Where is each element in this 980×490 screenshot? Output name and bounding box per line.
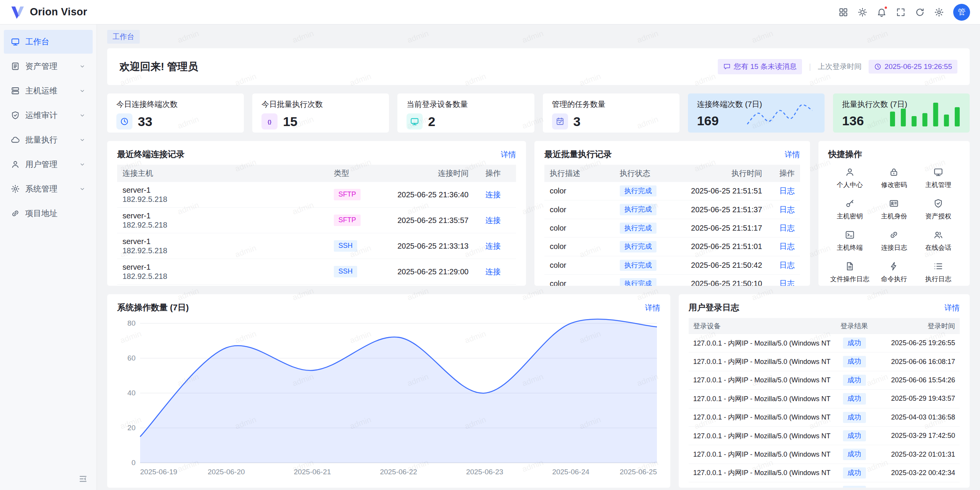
action-cell: 日志 <box>768 238 800 256</box>
stat-icon-badge <box>407 113 423 129</box>
sidebar-item-audit[interactable]: 运维审计 <box>4 103 93 127</box>
action-cell: 连接 <box>474 182 516 208</box>
result-cell: 成功 <box>832 352 876 371</box>
quick-action-item[interactable]: 主机密钥 <box>828 198 871 221</box>
log-link[interactable]: 日志 <box>779 261 795 269</box>
table-row: color执行完成2025-06-25 21:51:37日志 <box>544 200 800 219</box>
table-row: color执行完成2025-06-25 21:51:01日志 <box>544 238 800 256</box>
topbar-gear-button[interactable] <box>931 4 947 20</box>
svg-text:2025-06-20: 2025-06-20 <box>207 468 245 476</box>
quick-action-label: 在线会话 <box>925 243 951 252</box>
topbar-refresh-button[interactable] <box>912 4 928 20</box>
task-icon <box>555 117 565 126</box>
welcome-meta: 您有 15 条未读消息 | 上次登录时间 2025-06-25 19:26:55 <box>718 59 957 74</box>
breadcrumb-item-workbench[interactable]: 工作台 <box>107 30 140 44</box>
result-tag: 成功 <box>843 430 866 441</box>
quick-action-item[interactable]: 在线会话 <box>917 230 960 252</box>
column-header: 操作 <box>474 165 516 182</box>
log-link[interactable]: 日志 <box>779 205 795 214</box>
table-header-row: 连接主机类型连接时间操作 <box>117 165 516 182</box>
braces-icon: {} <box>265 117 274 126</box>
chevron-down-icon <box>79 63 86 70</box>
sidebar-item-assets[interactable]: 资产管理 <box>4 54 93 78</box>
log-link[interactable]: 日志 <box>779 224 795 232</box>
quick-action-label: 主机密钥 <box>837 212 863 221</box>
status-tag: 执行完成 <box>620 185 657 197</box>
user-avatar[interactable]: 管 <box>953 4 970 21</box>
stat-value: 3 <box>573 114 581 129</box>
connect-link[interactable]: 连接 <box>485 190 501 199</box>
quick-action-item[interactable]: 个人中心 <box>828 167 871 189</box>
quick-action-item[interactable]: 命令执行 <box>873 261 916 284</box>
action-cell: 连接 <box>474 259 516 285</box>
sidebar-item-label: 主机运维 <box>25 85 57 96</box>
result-tag: 成功 <box>843 449 866 460</box>
quick-action-item[interactable]: 连接日志 <box>873 230 916 252</box>
sidebar-item-label: 批量执行 <box>25 134 57 145</box>
quick-action-label: 命令执行 <box>881 275 907 284</box>
status-cell: 执行完成 <box>614 274 672 286</box>
quick-action-item[interactable]: 主机管理 <box>917 167 960 189</box>
result-tag: 成功 <box>843 356 866 367</box>
lightning-icon <box>889 261 899 271</box>
batch-records-detail-link[interactable]: 详情 <box>785 149 800 160</box>
time-cell: 2025-06-06 15:54:26 <box>876 371 960 389</box>
host-icon <box>11 86 20 95</box>
quick-action-item[interactable]: 修改密码 <box>873 167 916 189</box>
stat-card-managed-tasks: 管理的任务数量3 <box>543 93 679 133</box>
sidebar-item-users[interactable]: 用户管理 <box>4 152 93 176</box>
topbar-apps-button[interactable] <box>835 4 851 20</box>
log-link[interactable]: 日志 <box>779 279 795 286</box>
batch-records-card: 最近批量执行记录 详情 执行描述执行状态执行时间操作 color执行完成2025… <box>534 141 810 286</box>
table-row: server-1182.92.5.218SFTP2025-06-25 21:35… <box>117 208 516 233</box>
svg-text:40: 40 <box>127 389 136 397</box>
chevron-down-icon <box>79 161 86 168</box>
sidebar-item-batch[interactable]: 批量执行 <box>4 128 93 152</box>
topbar-bell-button[interactable] <box>874 4 890 20</box>
host-name: server-1 <box>122 237 323 246</box>
terminal-records-detail-link[interactable]: 详情 <box>501 149 516 160</box>
sidebar-item-project[interactable]: 项目地址 <box>4 202 93 225</box>
table-row: 127.0.0.1 - 内网IP - Mozilla/5.0 (Windows … <box>689 371 960 389</box>
status-cell: 执行完成 <box>614 219 672 237</box>
sidebar-collapse-button[interactable] <box>77 472 90 485</box>
time-cell: 2025-06-25 21:51:37 <box>672 200 768 219</box>
connect-link[interactable]: 连接 <box>485 267 501 276</box>
log-link[interactable]: 日志 <box>779 187 795 195</box>
connect-link[interactable]: 连接 <box>485 242 501 250</box>
sidebar-item-system[interactable]: 系统管理 <box>4 177 93 201</box>
sidebar-item-workbench[interactable]: 工作台 <box>4 30 93 54</box>
host-cell: server-1182.92.5.218 <box>117 182 328 208</box>
time-cell: 2025-06-25 19:26:55 <box>876 334 960 352</box>
action-cell: 连接 <box>474 208 516 233</box>
column-header: 登录结果 <box>832 318 876 334</box>
shield-icon <box>11 111 20 120</box>
quick-action-item[interactable]: 执行日志 <box>917 261 960 284</box>
quick-action-item[interactable]: 资产授权 <box>917 198 960 221</box>
device-cell: 127.0.0.1 - 内网IP - Mozilla/5.0 (Windows … <box>689 482 832 488</box>
unread-messages-chip[interactable]: 您有 15 条未读消息 <box>718 59 802 74</box>
host-ip: 182.92.5.218 <box>122 195 323 204</box>
welcome-card: 欢迎回来! 管理员 您有 15 条未读消息 | 上次登录时间 2025-06-2… <box>107 48 970 85</box>
quick-action-item[interactable]: 主机身份 <box>873 198 916 221</box>
result-tag: 成功 <box>843 393 866 404</box>
result-cell: 成功 <box>832 390 876 408</box>
batch-7d-sparkline <box>889 101 961 128</box>
topbar-expand-button[interactable] <box>893 4 909 20</box>
result-cell: 成功 <box>832 464 876 482</box>
result-cell: 成功 <box>832 426 876 445</box>
topbar-sun-button[interactable] <box>854 4 871 20</box>
card-title: 用户登录日志 <box>689 302 739 313</box>
log-link[interactable]: 日志 <box>779 242 795 251</box>
connect-link[interactable]: 连接 <box>485 216 501 225</box>
login-logs-detail-link[interactable]: 详情 <box>944 303 960 313</box>
result-cell: 成功 <box>832 408 876 426</box>
time-cell: 2025-06-25 21:36:40 <box>378 182 474 208</box>
quick-action-item[interactable]: 文件操作日志 <box>828 261 871 284</box>
quick-action-item[interactable]: 主机终端 <box>828 230 871 252</box>
sidebar-item-host-ops[interactable]: 主机运维 <box>4 79 93 103</box>
sun-icon <box>858 7 867 17</box>
time-cell: 2025-06-25 21:35:57 <box>378 208 474 233</box>
ops-chart-detail-link[interactable]: 详情 <box>645 303 660 313</box>
result-tag: 成功 <box>843 412 866 423</box>
